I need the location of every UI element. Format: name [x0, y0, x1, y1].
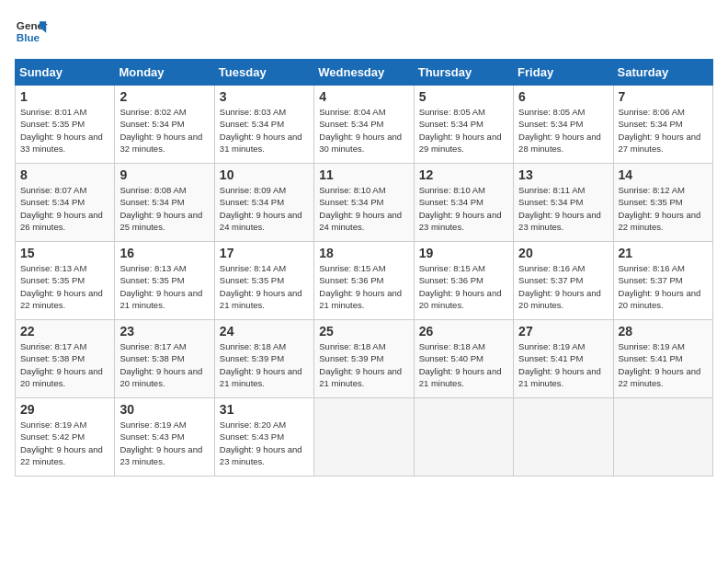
header-row: SundayMondayTuesdayWednesdayThursdayFrid…: [16, 60, 713, 86]
day-number: 16: [119, 246, 209, 260]
day-number: 17: [220, 246, 309, 260]
day-number: 31: [220, 402, 309, 417]
day-number: 28: [619, 324, 708, 339]
calendar-cell: 5Sunrise: 8:05 AMSunset: 5:34 PMDaylight…: [414, 86, 513, 164]
cell-info: Sunrise: 8:13 AMSunset: 5:35 PMDaylight:…: [119, 263, 202, 310]
day-number: 8: [20, 167, 109, 182]
cell-info: Sunrise: 8:18 AMSunset: 5:39 PMDaylight:…: [319, 341, 402, 388]
calendar-cell: 6Sunrise: 8:05 AMSunset: 5:34 PMDaylight…: [514, 86, 613, 164]
day-number: 6: [518, 89, 608, 104]
calendar-cell: 25Sunrise: 8:18 AMSunset: 5:39 PMDayligh…: [314, 320, 414, 398]
calendar-cell: 20Sunrise: 8:16 AMSunset: 5:37 PMDayligh…: [514, 242, 613, 320]
calendar-cell: 22Sunrise: 8:17 AMSunset: 5:38 PMDayligh…: [16, 320, 115, 398]
day-number: 5: [419, 89, 508, 104]
cell-info: Sunrise: 8:10 AMSunset: 5:34 PMDaylight:…: [319, 185, 402, 232]
day-number: 14: [619, 167, 708, 182]
cell-info: Sunrise: 8:16 AMSunset: 5:37 PMDaylight:…: [518, 263, 601, 310]
calendar-cell: 4Sunrise: 8:04 AMSunset: 5:34 PMDaylight…: [314, 86, 414, 164]
header-cell-sunday: Sunday: [16, 60, 115, 86]
cell-info: Sunrise: 8:05 AMSunset: 5:34 PMDaylight:…: [419, 107, 502, 154]
cell-info: Sunrise: 8:20 AMSunset: 5:43 PMDaylight:…: [220, 419, 302, 466]
calendar-cell: 1Sunrise: 8:01 AMSunset: 5:35 PMDaylight…: [16, 86, 115, 164]
cell-info: Sunrise: 8:10 AMSunset: 5:34 PMDaylight:…: [419, 185, 502, 232]
calendar-cell: 21Sunrise: 8:16 AMSunset: 5:37 PMDayligh…: [613, 242, 712, 320]
day-number: 18: [319, 246, 408, 260]
calendar-cell: 24Sunrise: 8:18 AMSunset: 5:39 PMDayligh…: [214, 320, 313, 398]
header-cell-saturday: Saturday: [613, 60, 712, 86]
cell-info: Sunrise: 8:15 AMSunset: 5:36 PMDaylight:…: [419, 263, 502, 310]
day-number: 15: [20, 246, 109, 260]
day-number: 12: [419, 167, 508, 182]
week-row-5: 29Sunrise: 8:19 AMSunset: 5:42 PMDayligh…: [16, 398, 713, 477]
calendar-body: 1Sunrise: 8:01 AMSunset: 5:35 PMDaylight…: [16, 86, 713, 477]
week-row-1: 1Sunrise: 8:01 AMSunset: 5:35 PMDaylight…: [16, 86, 713, 164]
cell-info: Sunrise: 8:17 AMSunset: 5:38 PMDaylight:…: [20, 341, 103, 388]
week-row-3: 15Sunrise: 8:13 AMSunset: 5:35 PMDayligh…: [16, 242, 713, 320]
day-number: 11: [319, 167, 408, 182]
cell-info: Sunrise: 8:03 AMSunset: 5:34 PMDaylight:…: [220, 107, 302, 154]
cell-info: Sunrise: 8:19 AMSunset: 5:41 PMDaylight:…: [619, 341, 701, 388]
cell-info: Sunrise: 8:02 AMSunset: 5:34 PMDaylight:…: [119, 107, 202, 154]
logo: General Blue: [15, 15, 48, 48]
day-number: 3: [220, 89, 309, 104]
day-number: 27: [518, 324, 608, 339]
calendar-cell: 19Sunrise: 8:15 AMSunset: 5:36 PMDayligh…: [414, 242, 513, 320]
day-number: 20: [518, 246, 608, 260]
calendar-cell: [414, 398, 513, 477]
day-number: 13: [518, 167, 608, 182]
cell-info: Sunrise: 8:05 AMSunset: 5:34 PMDaylight:…: [518, 107, 601, 154]
day-number: 26: [419, 324, 508, 339]
calendar-cell: 31Sunrise: 8:20 AMSunset: 5:43 PMDayligh…: [214, 398, 313, 477]
calendar-cell: 2Sunrise: 8:02 AMSunset: 5:34 PMDaylight…: [115, 86, 214, 164]
cell-info: Sunrise: 8:13 AMSunset: 5:35 PMDaylight:…: [20, 263, 103, 310]
header-cell-tuesday: Tuesday: [214, 60, 313, 86]
header-cell-monday: Monday: [115, 60, 214, 86]
calendar-cell: 14Sunrise: 8:12 AMSunset: 5:35 PMDayligh…: [613, 164, 712, 242]
svg-text:Blue: Blue: [17, 31, 40, 43]
day-number: 29: [20, 402, 109, 417]
calendar-cell: 12Sunrise: 8:10 AMSunset: 5:34 PMDayligh…: [414, 164, 513, 242]
calendar-cell: [514, 398, 613, 477]
calendar-cell: 16Sunrise: 8:13 AMSunset: 5:35 PMDayligh…: [115, 242, 214, 320]
header-cell-wednesday: Wednesday: [314, 60, 414, 86]
cell-info: Sunrise: 8:12 AMSunset: 5:35 PMDaylight:…: [619, 185, 701, 232]
calendar-cell: 13Sunrise: 8:11 AMSunset: 5:34 PMDayligh…: [514, 164, 613, 242]
cell-info: Sunrise: 8:18 AMSunset: 5:40 PMDaylight:…: [419, 341, 502, 388]
cell-info: Sunrise: 8:18 AMSunset: 5:39 PMDaylight:…: [220, 341, 302, 388]
calendar-header: SundayMondayTuesdayWednesdayThursdayFrid…: [16, 60, 713, 86]
day-number: 4: [319, 89, 408, 104]
calendar-cell: 9Sunrise: 8:08 AMSunset: 5:34 PMDaylight…: [115, 164, 214, 242]
day-number: 1: [20, 89, 109, 104]
cell-info: Sunrise: 8:19 AMSunset: 5:41 PMDaylight:…: [518, 341, 601, 388]
header-cell-thursday: Thursday: [414, 60, 513, 86]
calendar-cell: 3Sunrise: 8:03 AMSunset: 5:34 PMDaylight…: [214, 86, 313, 164]
calendar-table: SundayMondayTuesdayWednesdayThursdayFrid…: [15, 59, 713, 477]
calendar-cell: [613, 398, 712, 477]
calendar-cell: 15Sunrise: 8:13 AMSunset: 5:35 PMDayligh…: [16, 242, 115, 320]
calendar-cell: 26Sunrise: 8:18 AMSunset: 5:40 PMDayligh…: [414, 320, 513, 398]
cell-info: Sunrise: 8:19 AMSunset: 5:43 PMDaylight:…: [119, 419, 202, 466]
day-number: 19: [419, 246, 508, 260]
cell-info: Sunrise: 8:06 AMSunset: 5:34 PMDaylight:…: [619, 107, 701, 154]
calendar-cell: 30Sunrise: 8:19 AMSunset: 5:43 PMDayligh…: [115, 398, 214, 477]
calendar-cell: 18Sunrise: 8:15 AMSunset: 5:36 PMDayligh…: [314, 242, 414, 320]
cell-info: Sunrise: 8:07 AMSunset: 5:34 PMDaylight:…: [20, 185, 103, 232]
calendar-cell: 27Sunrise: 8:19 AMSunset: 5:41 PMDayligh…: [514, 320, 613, 398]
day-number: 9: [119, 167, 209, 182]
day-number: 21: [619, 246, 708, 260]
day-number: 23: [119, 324, 209, 339]
logo-icon: General Blue: [15, 15, 48, 48]
day-number: 7: [619, 89, 708, 104]
calendar-cell: 28Sunrise: 8:19 AMSunset: 5:41 PMDayligh…: [613, 320, 712, 398]
page-header: General Blue: [15, 15, 713, 48]
calendar-cell: 11Sunrise: 8:10 AMSunset: 5:34 PMDayligh…: [314, 164, 414, 242]
cell-info: Sunrise: 8:16 AMSunset: 5:37 PMDaylight:…: [619, 263, 701, 310]
day-number: 2: [119, 89, 209, 104]
week-row-4: 22Sunrise: 8:17 AMSunset: 5:38 PMDayligh…: [16, 320, 713, 398]
cell-info: Sunrise: 8:17 AMSunset: 5:38 PMDaylight:…: [119, 341, 202, 388]
calendar-cell: 10Sunrise: 8:09 AMSunset: 5:34 PMDayligh…: [214, 164, 313, 242]
cell-info: Sunrise: 8:14 AMSunset: 5:35 PMDaylight:…: [220, 263, 302, 310]
cell-info: Sunrise: 8:11 AMSunset: 5:34 PMDaylight:…: [518, 185, 601, 232]
calendar-cell: 8Sunrise: 8:07 AMSunset: 5:34 PMDaylight…: [16, 164, 115, 242]
week-row-2: 8Sunrise: 8:07 AMSunset: 5:34 PMDaylight…: [16, 164, 713, 242]
